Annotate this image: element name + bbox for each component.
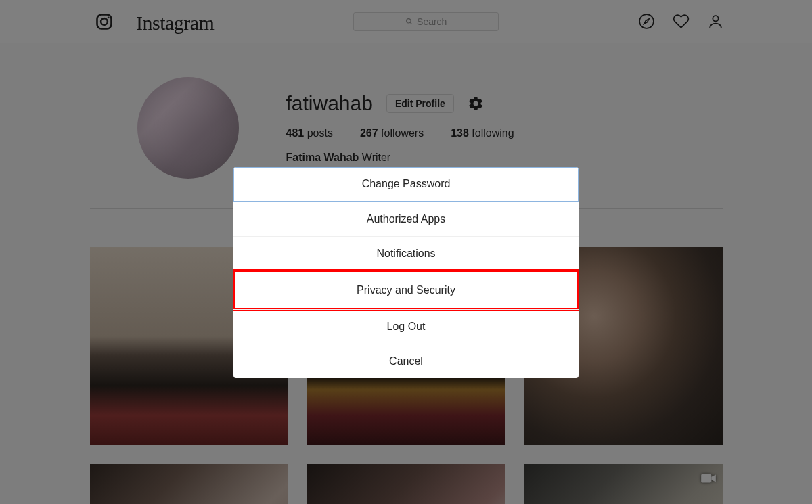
modal-item-privacy-security[interactable]: Privacy and Security xyxy=(233,271,579,309)
modal-item-log-out[interactable]: Log Out xyxy=(233,309,579,344)
modal-item-notifications[interactable]: Notifications xyxy=(233,236,579,271)
settings-modal: Change Password Authorized Apps Notifica… xyxy=(233,167,579,378)
modal-overlay[interactable]: Change Password Authorized Apps Notifica… xyxy=(0,0,812,504)
modal-item-change-password[interactable]: Change Password xyxy=(233,167,579,202)
modal-item-authorized-apps[interactable]: Authorized Apps xyxy=(233,202,579,236)
modal-item-cancel[interactable]: Cancel xyxy=(233,344,579,378)
